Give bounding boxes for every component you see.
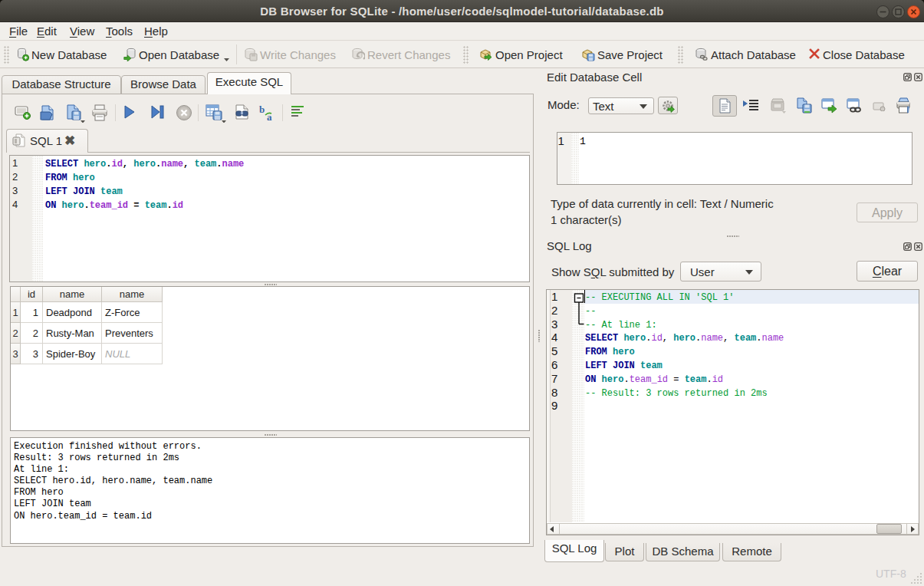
svg-text:b: b: [259, 104, 265, 115]
